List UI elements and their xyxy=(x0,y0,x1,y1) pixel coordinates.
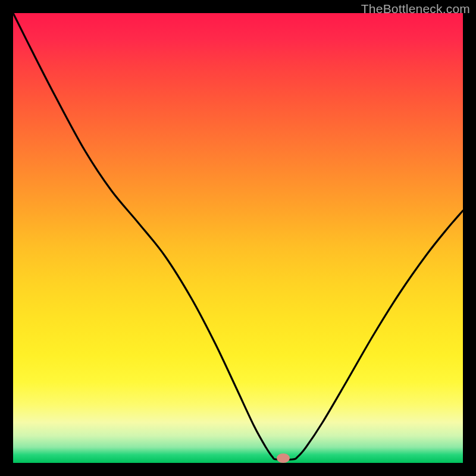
chart-svg xyxy=(13,13,463,463)
watermark-label: TheBottleneck.com xyxy=(361,2,470,16)
optimum-marker xyxy=(277,453,290,463)
bottleneck-curve xyxy=(13,13,463,460)
chart-frame: TheBottleneck.com xyxy=(0,0,476,476)
plot-area xyxy=(13,13,463,463)
